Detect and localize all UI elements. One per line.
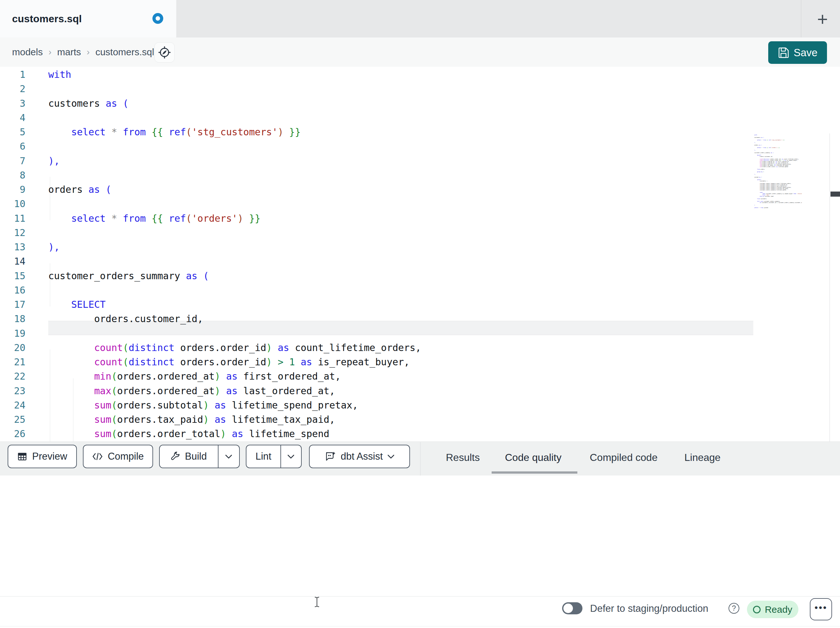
code-line[interactable] bbox=[48, 254, 829, 269]
dbt-assist-button-label: dbt Assist bbox=[341, 451, 383, 462]
code-line[interactable]: select * from joined bbox=[754, 207, 802, 208]
line-number: 18 bbox=[0, 312, 25, 326]
code-line[interactable]: ), bbox=[48, 240, 829, 254]
compile-button[interactable]: Compile bbox=[83, 445, 153, 468]
active-tab-underline bbox=[492, 471, 577, 474]
tab-results[interactable]: Results bbox=[446, 441, 480, 473]
tab-compiled-code[interactable]: Compiled code bbox=[590, 441, 657, 473]
new-tab-button[interactable]: + bbox=[811, 7, 834, 30]
line-number: 12 bbox=[0, 226, 25, 240]
tab-code-quality[interactable]: Code quality bbox=[505, 441, 562, 473]
code-line[interactable] bbox=[48, 168, 829, 182]
wrench-icon bbox=[171, 452, 180, 461]
code-line[interactable]: sum(orders.tax_paid) as lifetime_tax_pai… bbox=[48, 412, 829, 427]
breadcrumb-item-marts[interactable]: marts bbox=[57, 47, 81, 57]
code-line[interactable]: select * from {{ ref('orders') }} bbox=[48, 211, 829, 226]
help-icon[interactable]: ? bbox=[728, 603, 739, 614]
file-tab-title: customers.sql bbox=[12, 13, 82, 25]
lint-split-button: Lint bbox=[246, 445, 302, 468]
build-dropdown-toggle[interactable] bbox=[218, 445, 239, 468]
lint-dropdown-toggle[interactable] bbox=[281, 445, 301, 468]
editor-scrollbar-track[interactable] bbox=[829, 133, 830, 441]
line-number: 10 bbox=[0, 197, 25, 211]
code-line[interactable]: customers as ( bbox=[48, 96, 829, 111]
code-text-area[interactable]: with customers as ( select * from {{ ref… bbox=[48, 67, 829, 441]
code-line[interactable] bbox=[48, 111, 829, 125]
code-line[interactable]: orders.customer_id, bbox=[48, 312, 829, 326]
code-line[interactable]: SELECT bbox=[48, 297, 829, 312]
assist-chat-sparkle-icon bbox=[325, 451, 336, 462]
chevron-down-icon bbox=[225, 454, 232, 459]
breadcrumb-item-models[interactable]: models bbox=[12, 47, 43, 57]
line-number: 6 bbox=[0, 139, 25, 153]
minimap[interactable]: with customers as ( select * from {{ ref… bbox=[754, 134, 802, 209]
line-number: 15 bbox=[0, 269, 25, 283]
chevron-down-icon bbox=[287, 454, 294, 459]
text-cursor-pointer bbox=[314, 596, 320, 607]
code-line[interactable]: count(distinct orders.order_id) > 1 as i… bbox=[48, 355, 829, 369]
line-number: 26 bbox=[0, 427, 25, 441]
table-icon bbox=[17, 451, 27, 462]
code-line[interactable]: max(orders.ordered_at) as last_ordered_a… bbox=[48, 384, 829, 398]
code-line[interactable]: sum(orders.order_total) as lifetime_spen… bbox=[48, 427, 829, 441]
code-line[interactable]: sum(orders.subtotal) as lifetime_spend_p… bbox=[48, 398, 829, 412]
editor-scrollbar-thumb[interactable] bbox=[831, 191, 840, 197]
dbt-assist-button[interactable]: dbt Assist bbox=[309, 445, 410, 468]
line-number: 22 bbox=[0, 369, 25, 383]
code-line[interactable] bbox=[48, 82, 829, 96]
line-number: 4 bbox=[0, 111, 25, 125]
code-line[interactable]: on customers.customer_id = customer_orde… bbox=[754, 202, 802, 203]
defer-toggle[interactable] bbox=[562, 602, 583, 614]
line-number-gutter: 1234567891011121314151617181920212223242… bbox=[0, 67, 25, 441]
compile-button-label: Compile bbox=[108, 451, 144, 462]
code-line[interactable] bbox=[48, 197, 829, 211]
line-number: 20 bbox=[0, 340, 25, 355]
line-number: 7 bbox=[0, 154, 25, 168]
tab-strip-divider bbox=[801, 0, 801, 38]
more-options-button[interactable]: ••• bbox=[810, 598, 832, 620]
file-tab-customers-sql[interactable]: customers.sql bbox=[0, 0, 176, 38]
toolbar-divider bbox=[420, 442, 420, 476]
breadcrumb-separator: › bbox=[87, 47, 90, 57]
line-number: 19 bbox=[0, 326, 25, 340]
line-number: 24 bbox=[0, 398, 25, 412]
code-line[interactable] bbox=[48, 226, 829, 240]
breadcrumb: models › marts › customers.sql bbox=[12, 38, 154, 67]
build-split-button: Build bbox=[159, 445, 240, 468]
tab-lineage[interactable]: Lineage bbox=[684, 441, 721, 473]
code-line[interactable] bbox=[48, 283, 829, 297]
ellipsis-icon: ••• bbox=[815, 607, 827, 611]
line-number: 8 bbox=[0, 168, 25, 182]
save-button[interactable]: Save bbox=[768, 41, 827, 64]
code-line[interactable] bbox=[48, 139, 829, 153]
line-number: 17 bbox=[0, 297, 25, 312]
build-button-label: Build bbox=[185, 451, 207, 462]
code-line[interactable]: orders as ( bbox=[48, 182, 829, 197]
code-line[interactable]: count(distinct orders.order_id) as count… bbox=[48, 340, 829, 355]
line-number: 1 bbox=[0, 67, 25, 82]
build-button[interactable]: Build bbox=[160, 445, 218, 468]
code-line[interactable]: customer_orders_summary as ( bbox=[48, 269, 829, 283]
code-editor[interactable]: 1234567891011121314151617181920212223242… bbox=[0, 67, 840, 441]
explore-lineage-button[interactable] bbox=[154, 42, 175, 63]
breadcrumb-bar: models › marts › customers.sql bbox=[0, 38, 840, 67]
line-number: 14 bbox=[0, 254, 25, 269]
code-line[interactable]: select * from {{ ref('stg_customers') }} bbox=[48, 125, 829, 139]
unsaved-changes-dot-icon bbox=[152, 13, 163, 24]
line-number: 9 bbox=[0, 182, 25, 197]
lint-button[interactable]: Lint bbox=[246, 445, 280, 468]
code-line[interactable] bbox=[48, 326, 829, 340]
code-line[interactable]: min(orders.ordered_at) as first_ordered_… bbox=[48, 369, 829, 383]
preview-button[interactable]: Preview bbox=[8, 445, 77, 468]
code-line[interactable]: with bbox=[48, 67, 829, 82]
line-number: 21 bbox=[0, 355, 25, 369]
breadcrumb-separator: › bbox=[49, 47, 51, 57]
code-quality-panel: </> There is nothing here Press the Lint… bbox=[0, 476, 840, 596]
line-number: 16 bbox=[0, 283, 25, 297]
code-brackets-icon bbox=[92, 452, 103, 460]
line-number: 5 bbox=[0, 125, 25, 139]
line-number: 23 bbox=[0, 384, 25, 398]
toggle-knob bbox=[564, 604, 573, 613]
breadcrumb-item-customers-sql[interactable]: customers.sql bbox=[95, 47, 154, 57]
code-line[interactable]: ), bbox=[48, 154, 829, 168]
